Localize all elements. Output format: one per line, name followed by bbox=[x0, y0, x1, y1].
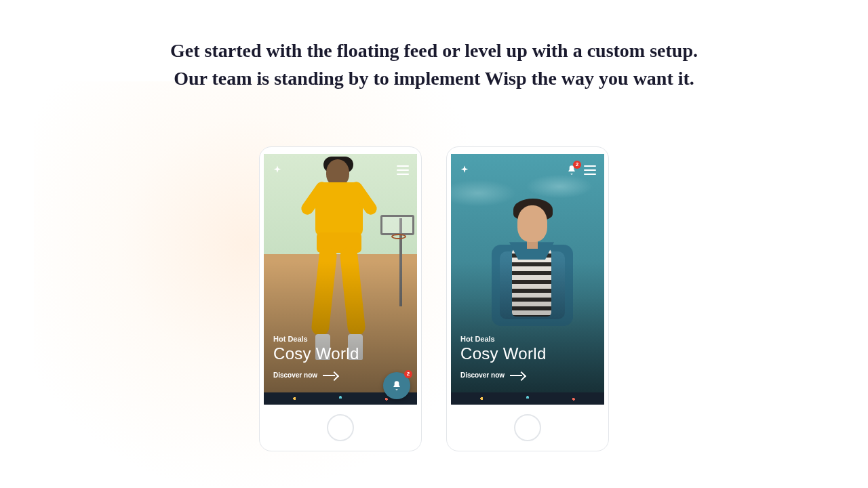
menu-icon[interactable] bbox=[584, 165, 596, 175]
home-button[interactable] bbox=[327, 414, 354, 441]
topbar-right: 2 bbox=[459, 162, 596, 178]
feed-preview-strip bbox=[451, 392, 604, 405]
arrow-right-icon bbox=[510, 373, 525, 378]
home-button[interactable] bbox=[514, 414, 541, 441]
hero-subtitle: Hot Deals bbox=[273, 335, 359, 343]
hero-title: Cosy World bbox=[273, 344, 359, 363]
phone-right: 2 Hot Deals Cosy World Discover now bbox=[446, 146, 609, 451]
hero-image-left: Hot Deals Cosy World Discover now 2 bbox=[264, 154, 417, 392]
hero-subtitle: Hot Deals bbox=[460, 335, 547, 343]
discover-link[interactable]: Discover now bbox=[460, 371, 547, 379]
arrow-right-icon bbox=[323, 373, 338, 378]
phone-mockups: Hot Deals Cosy World Discover now 2 bbox=[0, 146, 868, 451]
menu-icon[interactable] bbox=[397, 165, 409, 175]
hero-text-right: Hot Deals Cosy World Discover now bbox=[460, 335, 547, 379]
bell-icon[interactable]: 2 bbox=[566, 164, 577, 176]
cta-label: Discover now bbox=[460, 371, 505, 379]
phone-right-screen: 2 Hot Deals Cosy World Discover now bbox=[451, 154, 604, 405]
hero-image-right: 2 Hot Deals Cosy World Discover now bbox=[451, 154, 604, 392]
sparkle-icon[interactable] bbox=[459, 165, 470, 176]
notification-badge: 2 bbox=[573, 161, 581, 169]
phone-left: Hot Deals Cosy World Discover now 2 bbox=[259, 146, 422, 451]
topbar-left bbox=[272, 162, 409, 178]
discover-link[interactable]: Discover now bbox=[273, 371, 359, 379]
cta-label: Discover now bbox=[273, 371, 317, 379]
sparkle-icon[interactable] bbox=[272, 165, 283, 176]
headline: Get started with the floating feed or le… bbox=[0, 37, 868, 92]
headline-line-2: Our team is standing by to implement Wis… bbox=[0, 65, 868, 93]
phone-left-screen: Hot Deals Cosy World Discover now 2 bbox=[264, 154, 417, 405]
headline-line-1: Get started with the floating feed or le… bbox=[0, 37, 868, 65]
floating-bell-button[interactable]: 2 bbox=[383, 372, 410, 399]
hero-text-left: Hot Deals Cosy World Discover now bbox=[273, 335, 359, 379]
hero-title: Cosy World bbox=[460, 344, 547, 363]
